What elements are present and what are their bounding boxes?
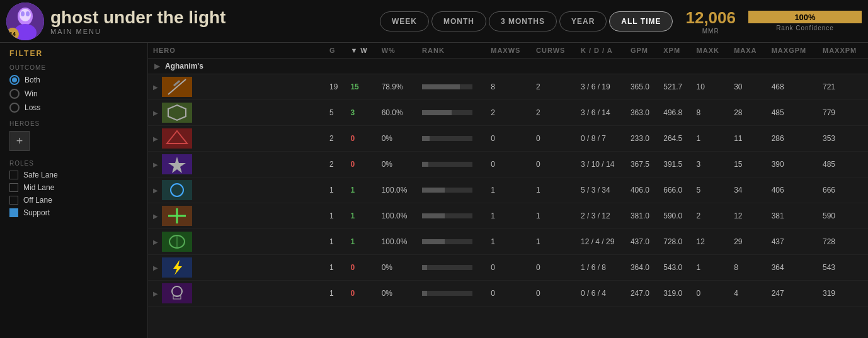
outcome-both[interactable]: Both (9, 75, 138, 85)
cell-maxws: 0 (486, 152, 531, 177)
cell-wpct: 0% (377, 281, 417, 307)
hero-cell: ▶ (148, 203, 324, 229)
radio-win-label: Win (25, 89, 38, 98)
filter-year-button[interactable]: YEAR (559, 11, 607, 31)
col-kda: K / D / A (576, 43, 625, 59)
cell-w: 0 (345, 255, 376, 281)
cell-w: 0 (345, 152, 376, 177)
cell-wpct: 60.0% (377, 100, 417, 126)
rank-badge: 14 (6, 28, 19, 40)
cell-maxgpm: 247 (767, 281, 818, 307)
row-expand-arrow[interactable]: ▶ (153, 239, 158, 245)
rank-bar (422, 162, 472, 167)
mmr-label: MMR (685, 28, 736, 35)
cell-maxk: 10 (692, 74, 729, 100)
table-header-row: HERO G ▼ W W% RANK MAXWS CURWS K / D / A… (148, 43, 868, 59)
cell-rank (417, 177, 486, 203)
col-xpm: XPM (658, 43, 691, 59)
rank-bar-fill (422, 213, 445, 218)
role-safe[interactable]: Safe Lane (9, 171, 138, 179)
cell-rank (417, 74, 486, 100)
filter-alltime-button[interactable]: ALL TIME (609, 11, 673, 31)
rank-bar (422, 291, 472, 296)
cell-maxws: 8 (486, 74, 531, 100)
row-expand-arrow[interactable]: ▶ (153, 187, 158, 194)
cell-w: 1 (345, 229, 376, 255)
cell-maxws: 0 (486, 126, 531, 152)
col-hero: HERO (148, 43, 324, 59)
rank-bar-fill (422, 84, 460, 89)
safe-label: Safe Lane (23, 171, 58, 179)
radio-both-circle (9, 75, 20, 85)
cell-maxa: 4 (729, 281, 767, 307)
role-support[interactable]: Support (9, 208, 138, 217)
outcome-loss[interactable]: Loss (9, 103, 138, 113)
cell-maxws: 2 (486, 100, 531, 126)
cell-xpm: 590.0 (658, 203, 691, 229)
row-expand-arrow[interactable]: ▶ (153, 110, 158, 116)
cell-maxgpm: 468 (767, 74, 818, 100)
cell-w: 1 (345, 203, 376, 229)
role-mid[interactable]: Mid Lane (9, 183, 138, 192)
cell-w: 3 (345, 100, 376, 126)
row-expand-arrow[interactable]: ▶ (153, 135, 158, 142)
cell-maxk: 2 (692, 203, 729, 229)
cell-maxxpm: 543 (818, 255, 868, 281)
time-filter-group: WEEK MONTH 3 MONTHS YEAR ALL TIME (380, 11, 673, 31)
cell-rank (417, 100, 486, 126)
cell-g: 2 (324, 152, 345, 177)
row-expand-arrow[interactable]: ▶ (153, 264, 158, 271)
table-row: ▶ 5 3 60.0% 2 2 3 / 6 / 14 363.0 496.8 8… (148, 100, 868, 126)
filter-month-button[interactable]: MONTH (431, 11, 486, 31)
add-hero-button[interactable]: + (9, 131, 30, 151)
cell-maxk: 1 (692, 126, 729, 152)
hero-thumbnail (162, 232, 192, 252)
cell-maxa: 8 (729, 255, 767, 281)
cell-rank (417, 281, 486, 307)
cell-maxa: 15 (729, 152, 767, 177)
hero-thumbnail (162, 206, 192, 226)
cell-kda: 0 / 8 / 7 (576, 126, 625, 152)
row-expand-arrow[interactable]: ▶ (153, 213, 158, 220)
col-w[interactable]: ▼ W (345, 43, 376, 59)
cell-maxa: 29 (729, 229, 767, 255)
cell-xpm: 728.0 (658, 229, 691, 255)
rank-bar-fill (422, 188, 445, 193)
hero-stats-table: HERO G ▼ W W% RANK MAXWS CURWS K / D / A… (148, 43, 868, 307)
filter-3months-button[interactable]: 3 MONTHS (489, 11, 557, 31)
table-row: ▶ 2 0 0% 0 0 3 / 10 / 14 367.5 391.5 3 1… (148, 152, 868, 177)
outcome-radio-group: Both Win Loss (9, 75, 138, 113)
cell-maxws: 0 (486, 281, 531, 307)
col-g: G (324, 43, 345, 59)
row-expand-arrow[interactable]: ▶ (153, 84, 158, 91)
table-row: ▶ 2 0 0% 0 0 0 / 8 / 7 233.0 264.5 1 11 … (148, 126, 868, 152)
username: ghost under the light (50, 8, 380, 28)
mmr-section: 12,006 MMR (685, 8, 736, 35)
cell-maxk: 0 (692, 281, 729, 307)
hero-thumbnail (162, 77, 192, 97)
cell-g: 1 (324, 177, 345, 203)
header-title: ghost under the light MAIN MENU (50, 8, 380, 35)
outcome-win[interactable]: Win (9, 89, 138, 99)
cell-xpm: 496.8 (658, 100, 691, 126)
cell-maxws: 1 (486, 203, 531, 229)
table-row: ▶ 1 1 100.0% 1 1 12 / 4 / 29 437.0 728.0… (148, 229, 868, 255)
svg-point-5 (26, 11, 30, 16)
hero-cell: ▶ (148, 229, 324, 255)
radio-loss-label: Loss (25, 103, 40, 112)
cell-gpm: 406.0 (625, 177, 658, 203)
rank-bar (422, 239, 472, 244)
mid-checkbox (9, 183, 18, 192)
cell-maxxpm: 353 (818, 126, 868, 152)
filter-week-button[interactable]: WEEK (380, 11, 429, 31)
hero-thumbnail (162, 180, 192, 200)
cell-maxa: 11 (729, 126, 767, 152)
section-expand-arrow[interactable]: ▶ (154, 62, 160, 70)
cell-rank (417, 255, 486, 281)
role-off[interactable]: Off Lane (9, 196, 138, 205)
row-expand-arrow[interactable]: ▶ (153, 161, 158, 168)
heroes-label: HEROES (9, 120, 138, 127)
row-expand-arrow[interactable]: ▶ (153, 290, 158, 297)
table-body: ▶Aghanim's ▶ 19 15 78.9% 8 2 3 / 6 / 19 … (148, 59, 868, 307)
table-row: ▶ 1 1 100.0% 1 1 5 / 3 / 34 406.0 666.0 … (148, 177, 868, 203)
